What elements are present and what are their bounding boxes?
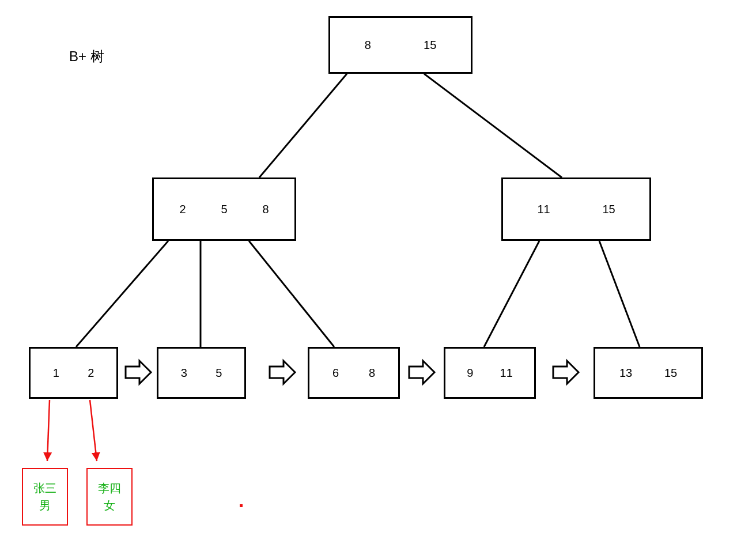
key: 5 — [221, 203, 227, 216]
stray-dot — [240, 504, 243, 507]
leaf-chain-arrow-icon — [409, 361, 434, 384]
tree-node-internal: 2 5 8 — [152, 177, 296, 241]
key: 11 — [500, 367, 513, 380]
key: 13 — [619, 367, 632, 380]
key: 2 — [88, 367, 94, 380]
record-gender: 女 — [104, 497, 115, 514]
key: 8 — [365, 39, 371, 52]
leaf-chain-arrow-icon — [553, 361, 579, 384]
key: 9 — [467, 367, 473, 380]
record-gender: 男 — [39, 497, 51, 514]
tree-node-leaf: 1 2 — [29, 347, 118, 399]
key: 15 — [602, 203, 615, 216]
key: 15 — [424, 39, 436, 52]
key: 3 — [181, 367, 187, 380]
diagram-title: B+ 树 — [69, 47, 104, 66]
tree-node-leaf: 9 11 — [444, 347, 536, 399]
edge — [424, 74, 562, 177]
record-name: 张三 — [33, 479, 56, 497]
key: 2 — [179, 203, 186, 216]
key: 15 — [664, 367, 677, 380]
edge — [484, 241, 539, 347]
key: 5 — [216, 367, 222, 380]
tree-node-leaf: 13 15 — [594, 347, 703, 399]
key: 1 — [53, 367, 59, 380]
record-box: 李四 女 — [86, 468, 133, 526]
edge — [249, 241, 334, 347]
key: 6 — [332, 367, 339, 380]
record-box: 张三 男 — [22, 468, 68, 526]
leaf-chain-arrow-icon — [126, 361, 151, 384]
key: 8 — [369, 367, 375, 380]
tree-node-leaf: 6 8 — [308, 347, 400, 399]
leaf-chain-arrow-icon — [270, 361, 295, 384]
tree-node-root: 8 15 — [328, 16, 472, 74]
connectors — [0, 0, 756, 544]
tree-node-internal: 11 15 — [501, 177, 651, 241]
key: 11 — [537, 203, 550, 216]
record-name: 李四 — [98, 479, 121, 497]
tree-node-leaf: 3 5 — [157, 347, 246, 399]
edge — [76, 241, 168, 347]
key: 8 — [262, 203, 269, 216]
edge — [599, 241, 640, 347]
record-pointer-arrow-icon — [90, 400, 97, 461]
edge — [259, 74, 347, 177]
record-pointer-arrow-icon — [47, 400, 50, 461]
